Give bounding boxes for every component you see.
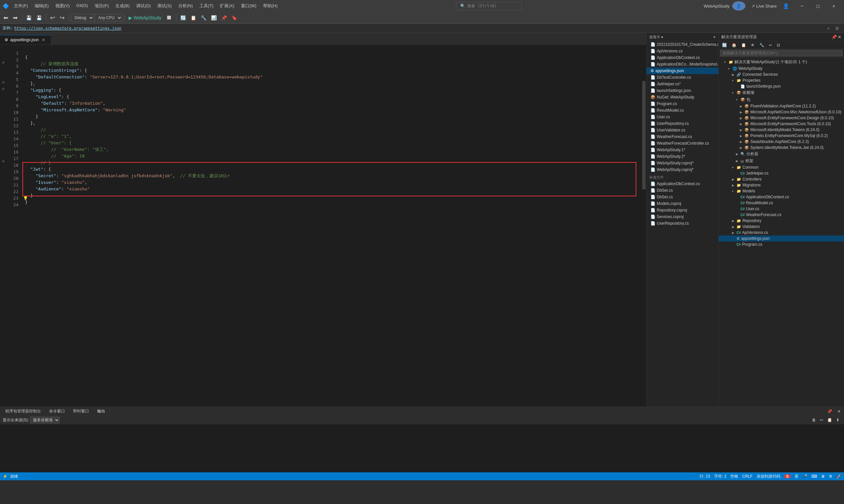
file-item-11[interactable]: 📄User.cs [647, 114, 718, 120]
editor-scrollbar[interactable] [641, 45, 646, 407]
tree-pkg-2[interactable]: ▶ 📦 Microsoft.AspNetCore.Mvc.NewtonsoftJ… [719, 109, 844, 115]
tab-close-button[interactable]: ✕ [41, 37, 46, 42]
output-clear-button[interactable]: 🗑 [810, 417, 818, 423]
stop-button[interactable]: ⏹ [164, 14, 174, 22]
tree-analyzers[interactable]: ▶ 🔍 分析器 [719, 150, 844, 158]
fold-7[interactable]: ⊟ [0, 87, 6, 93]
sol-pin-button[interactable]: 📌 [831, 35, 837, 39]
file-item-16[interactable]: 📄WebApiStudy.1* [647, 147, 718, 153]
tree-migrations[interactable]: ▶ 📁 Migrations [719, 182, 844, 188]
file-item-19[interactable]: 📄WebApiStudy.csproj* [647, 166, 718, 173]
lightbulb-icon[interactable]: 💡 [23, 195, 28, 202]
tree-user[interactable]: C# User.cs [719, 206, 844, 212]
cpu-dropdown[interactable]: Any CPU [94, 14, 122, 22]
toolbar-btn-4[interactable]: 📊 [209, 15, 219, 21]
back-button[interactable]: ⬅ [1, 14, 10, 22]
tab-immediate[interactable]: 即时窗口 [69, 407, 93, 415]
output-source-select[interactable]: 服务依赖项 [30, 417, 60, 423]
sol-filter-button[interactable]: 🔧 [757, 42, 766, 48]
sol-refresh-button[interactable]: ↩ [767, 42, 774, 48]
file-item-13[interactable]: 📄UserValidator.cs [647, 127, 718, 133]
tree-pkg-3[interactable]: ▶ 📦 Microsoft.EntityFrameworkCore.Design… [719, 115, 844, 121]
output-close-button[interactable]: ✕ [836, 409, 843, 414]
tree-packages[interactable]: ▾ 📦 包 [719, 96, 844, 103]
tab-output[interactable]: 输出 [93, 407, 109, 415]
tree-program[interactable]: C# Program.cs [719, 241, 844, 247]
menu-git[interactable]: Git(G) [73, 2, 91, 10]
toolbar-btn-6[interactable]: 🔖 [229, 15, 239, 21]
add-to-source[interactable]: 添加到源代码 [757, 474, 780, 479]
output-expand-button[interactable]: ⬆ [834, 417, 841, 423]
status-display[interactable]: 🖥 [821, 474, 825, 479]
menu-project[interactable]: 项目(P) [91, 2, 112, 10]
tree-pkg-5[interactable]: ▶ 📦 Microsoft.IdentityModel.Tokens (6.24… [719, 127, 844, 133]
file-item-1[interactable]: 📄20221020101704_CreateSchema.cs [647, 41, 718, 48]
code-editor[interactable]: ⊟ ⊟ ⊟ ⊟ [0, 45, 646, 407]
file-item-7[interactable]: 📄launchSettings.json [647, 87, 718, 94]
menu-debug[interactable]: 调试(D) [133, 2, 154, 10]
tree-app-dbcontext[interactable]: C# ApplicationDbContext.cs [719, 194, 844, 200]
misc-item-5[interactable]: 📄Repository.csproj [647, 207, 718, 214]
toolbar-btn-2[interactable]: 📋 [189, 15, 198, 21]
file-item-2[interactable]: 📄ApiVersions.cs [647, 48, 718, 54]
tree-pkg-4[interactable]: ▶ 📦 Microsoft.EntityFrameworkCore.Tools … [719, 121, 844, 127]
tree-result-model[interactable]: C# ResultModel.cs [719, 200, 844, 206]
file-panel-add[interactable]: + [713, 34, 716, 39]
tab-cmd[interactable]: 命令窗口 [45, 407, 69, 415]
debug-dropdown[interactable]: Debug [71, 14, 94, 22]
tree-deps[interactable]: ▾ 📦 依赖项 [719, 89, 844, 96]
tree-pkg-7[interactable]: ▶ 📦 Swashbuckle.AspNetCore (6.2.3) [719, 139, 844, 145]
file-item-10[interactable]: 📄ResultModel.cs [647, 107, 718, 114]
misc-item-1[interactable]: 📄ApplicationDbContext.cs [647, 181, 718, 187]
tree-pkg-1[interactable]: ▶ 📦 FluentValidation.AspNetCore (11.2.2) [719, 103, 844, 109]
misc-item-2[interactable]: 📄DbSet.cs [647, 187, 718, 194]
menu-tools[interactable]: 工具(T) [196, 2, 217, 10]
save-button[interactable]: 💾 [24, 15, 34, 21]
tree-project[interactable]: ▾ 🌐 WebApiStudy [719, 66, 844, 71]
file-item-4[interactable]: 📄ApplicationDbCo...ModelSnapshot.cs [647, 61, 718, 68]
tree-jwt-helper[interactable]: C# JwtHelper.cs [719, 170, 844, 176]
sol-close-button[interactable]: ✕ [838, 35, 841, 39]
tree-repository[interactable]: ▶ 📁 Repository [719, 218, 844, 224]
status-keyboard[interactable]: ⌨ [811, 474, 817, 479]
tree-connected-services[interactable]: ▶ 🔗 Connected Services [719, 71, 844, 77]
tree-properties[interactable]: ▾ 📁 Properties [719, 77, 844, 83]
fold-6[interactable]: ⊟ [0, 80, 6, 87]
tree-models[interactable]: ▾ 📁 Models [719, 188, 844, 194]
file-item-6[interactable]: 📄JwtHelper.cs* [647, 81, 718, 87]
tab-pkg-mgr[interactable]: 程序包管理器控制台 [1, 407, 45, 415]
misc-item-3[interactable]: 📄DbSet.cs [647, 194, 718, 200]
file-item-14[interactable]: 📄WeatherForecast.cs [647, 133, 718, 140]
forward-button[interactable]: ➡ [11, 14, 20, 22]
tree-pkg-6[interactable]: ▶ 📦 Pomelo.EntityFrameworkCore.MySql (6.… [719, 133, 844, 139]
fold-3[interactable]: ⊟ [0, 60, 6, 67]
sol-collapse-button[interactable]: ⊟ [775, 42, 782, 48]
search-box[interactable]: 🔍 搜索 (Ctrl+Q) [456, 2, 522, 10]
undo-button[interactable]: ↩ [48, 14, 57, 22]
file-item-appsettings[interactable]: ⚙appsettings.json [647, 68, 718, 74]
misc-item-4[interactable]: 📄Models.csproj [647, 200, 718, 207]
status-mic[interactable]: 🎤 [803, 474, 807, 479]
menu-file[interactable]: 文件(F) [11, 2, 31, 10]
tree-common[interactable]: ▾ 📁 Common [719, 164, 844, 170]
file-item-3[interactable]: 📄ApplicationDbContext.cs [647, 54, 718, 61]
redo-button[interactable]: ↪ [58, 14, 67, 22]
tree-api-versions[interactable]: ▶ C# ApiVersions.cs [719, 230, 844, 236]
status-input-method[interactable]: 英 [795, 474, 798, 479]
sol-search-input[interactable] [720, 50, 843, 56]
schema-add-button[interactable]: + [825, 25, 832, 32]
tree-appsettings[interactable]: ⚙ appsettings.json [719, 236, 844, 241]
menu-view[interactable]: 视图(V) [52, 2, 73, 10]
user-avatar[interactable]: 👤 [732, 1, 745, 11]
menu-analyze[interactable]: 分析(N) [175, 2, 196, 10]
tree-framework[interactable]: ▶ 🗂 框架 [719, 158, 844, 164]
tab-appsettings[interactable]: ⚙ appsettings.json ✕ [0, 35, 51, 44]
tree-controllers[interactable]: ▶ 📁 Controllers [719, 176, 844, 182]
sol-home-button[interactable]: 🏠 [729, 42, 739, 48]
output-copy-button[interactable]: 📋 [825, 417, 834, 423]
sol-preview-button[interactable]: 👁 [749, 42, 757, 48]
output-wrap-button[interactable]: ↩ [818, 417, 825, 423]
tree-pkg-8[interactable]: ▶ 📦 System.IdentityModel.Tokens.Jwt (6.2… [719, 145, 844, 150]
sol-props-button[interactable]: 📋 [739, 42, 748, 48]
live-share-button[interactable]: ↗ Live Share [748, 2, 780, 10]
